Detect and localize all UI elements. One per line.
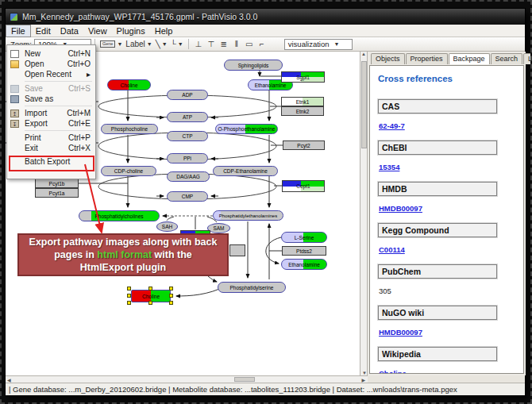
node-o-phosphoethanolamine[interactable]: O-Phosphoethanolamine bbox=[215, 124, 278, 134]
xref-link[interactable]: HMDB00097 bbox=[379, 328, 422, 337]
chevron-down-icon: ▼ bbox=[117, 41, 122, 47]
menu-edit[interactable]: Edit bbox=[31, 25, 56, 37]
xref-link[interactable]: 15354 bbox=[379, 163, 399, 171]
node-gene-partial[interactable] bbox=[229, 244, 245, 256]
selection-handle[interactable] bbox=[127, 301, 131, 305]
xref-link[interactable]: HMDB00097 bbox=[379, 204, 422, 213]
tab-objects[interactable]: Objects bbox=[371, 53, 405, 64]
node-cdp-ethanolamine[interactable]: CDP-Ethanolamine bbox=[213, 166, 278, 176]
menu-help[interactable]: Help bbox=[150, 25, 178, 37]
menu-item-print[interactable]: PrintCtrl+P bbox=[7, 133, 95, 143]
stack-icon: ‖ bbox=[235, 40, 238, 48]
status-text: | Gene database: ...m_Derby_20120602.bri… bbox=[9, 385, 457, 394]
node-etnk1[interactable]: Etnk1 bbox=[281, 97, 324, 106]
selection-handle[interactable] bbox=[169, 301, 173, 305]
node-pcyt1a[interactable]: Pcyt1a bbox=[35, 188, 79, 198]
node-pcyt1b[interactable]: Pcyt1b bbox=[35, 179, 79, 188]
xref-source: HMDB bbox=[378, 182, 497, 196]
group-icon: ▭ bbox=[245, 40, 253, 48]
stack-button[interactable]: ‖ bbox=[230, 38, 243, 50]
node-l-serine[interactable]: L-Serine bbox=[281, 232, 327, 243]
scrollbar-thumb[interactable] bbox=[361, 61, 367, 148]
node-sah[interactable]: SAH bbox=[156, 221, 178, 232]
title-bar[interactable]: Mm_Kennedy_pathway_WP1771_45176.gpml - P… bbox=[6, 9, 525, 25]
xref-value: 305 bbox=[379, 287, 391, 295]
line-tool-button[interactable]: ╲▼ bbox=[154, 38, 169, 50]
connector-tool-icon: └ bbox=[171, 40, 176, 48]
node-phosphatidylethanolamines[interactable]: Phosphatidylethanolamines bbox=[213, 210, 283, 221]
tab-backpage[interactable]: Backpage bbox=[449, 53, 490, 64]
node-phosphatidylserine[interactable]: Phosphatidylserine bbox=[218, 282, 286, 293]
node-sphingolipids[interactable]: Sphingolipids bbox=[224, 60, 283, 71]
node-adp[interactable]: ADP bbox=[167, 90, 208, 100]
visualization-select[interactable]: visualization▼ bbox=[284, 39, 353, 50]
annotation-line2: pages in html format with the bbox=[54, 248, 192, 261]
selection-handle[interactable] bbox=[148, 301, 152, 305]
menu-item-save-as[interactable]: Save as bbox=[7, 94, 95, 104]
selection-handle[interactable] bbox=[127, 287, 131, 290]
selection-handle[interactable] bbox=[169, 294, 173, 298]
xref-source: Wikipedia bbox=[378, 347, 497, 361]
xref-section: CAS 62-49-7 bbox=[378, 99, 517, 132]
menu-item-export[interactable]: ↧ExportCtrl+E bbox=[7, 118, 95, 129]
canvas-vertical-scrollbar[interactable]: ▲▼ bbox=[360, 52, 368, 375]
menu-plugins[interactable]: Plugins bbox=[112, 25, 150, 37]
selection-handle[interactable] bbox=[169, 287, 173, 290]
node-sam[interactable]: SAM bbox=[207, 223, 230, 233]
tab-legend[interactable]: Legend bbox=[523, 53, 532, 64]
chevron-down-icon: ▼ bbox=[162, 41, 168, 47]
menu-item-open[interactable]: OpenCtrl+O bbox=[7, 59, 95, 69]
node-ethanolamine-lower[interactable]: Ethanolamine bbox=[281, 259, 327, 270]
xref-link[interactable]: Choline bbox=[379, 369, 407, 374]
scrollbar-thumb[interactable] bbox=[234, 377, 255, 382]
save-icon bbox=[10, 85, 19, 93]
selection-handle[interactable] bbox=[127, 294, 131, 298]
tab-properties[interactable]: Properties bbox=[406, 53, 448, 64]
menu-data[interactable]: Data bbox=[56, 25, 83, 37]
add-label-button[interactable]: Label▼ bbox=[124, 38, 153, 50]
scroll-left-icon[interactable]: ◀ bbox=[7, 377, 11, 383]
menu-item-exit[interactable]: ExitCtrl+X bbox=[7, 143, 95, 153]
add-datanode-button[interactable]: Gene▼ bbox=[98, 38, 124, 50]
distribute-icon: ≣ bbox=[221, 40, 227, 48]
canvas-horizontal-scrollbar[interactable]: ◀▶ bbox=[6, 375, 368, 383]
menu-item-open-recent[interactable]: Open Recent▸ bbox=[7, 69, 95, 79]
open-folder-icon bbox=[10, 60, 19, 68]
xref-link[interactable]: C00114 bbox=[379, 245, 405, 254]
ungroup-button[interactable]: ⌐ bbox=[256, 38, 268, 50]
node-choline[interactable]: Choline bbox=[107, 79, 151, 90]
node-ppi[interactable]: PPi bbox=[167, 153, 208, 164]
node-cmp[interactable]: CMP bbox=[167, 191, 208, 202]
node-cdp-choline[interactable]: CDP-choline bbox=[101, 166, 156, 176]
node-ptdss2[interactable]: Ptdss2 bbox=[282, 246, 326, 256]
align-middle-button[interactable]: ⊤ bbox=[205, 38, 218, 50]
xref-link[interactable]: 62-49-7 bbox=[379, 121, 405, 130]
node-etnk2[interactable]: Etnk2 bbox=[281, 106, 324, 116]
menu-item-new[interactable]: NewCtrl+N bbox=[7, 48, 95, 59]
group-button[interactable]: ▭ bbox=[243, 38, 256, 50]
node-phosphatidylcholines[interactable]: Phosphatidylcholines bbox=[79, 210, 160, 221]
menu-item-import[interactable]: ↥ImportCtrl+M bbox=[7, 108, 95, 118]
node-pcyt2[interactable]: Pcyt2 bbox=[283, 140, 325, 150]
menu-file[interactable]: File bbox=[6, 25, 31, 37]
chevron-down-icon: ▼ bbox=[147, 41, 152, 47]
distribute-button[interactable]: ≣ bbox=[218, 38, 230, 50]
node-cept1[interactable]: Cept1 bbox=[282, 180, 325, 192]
save-as-icon bbox=[10, 95, 19, 103]
ungroup-icon: ⌐ bbox=[260, 40, 264, 48]
tab-search[interactable]: Search bbox=[491, 53, 523, 64]
scroll-right-icon[interactable]: ▶ bbox=[361, 377, 365, 383]
node-dag-aag[interactable]: DAG/AAG bbox=[167, 171, 210, 182]
selection-handle[interactable] bbox=[148, 287, 152, 290]
connector-tool-button[interactable]: └▼ bbox=[169, 38, 185, 50]
node-phosphocholine[interactable]: Phosphocholine bbox=[101, 124, 158, 134]
menu-view[interactable]: View bbox=[83, 25, 112, 37]
menu-item-save[interactable]: SaveCtrl+S bbox=[7, 83, 95, 94]
node-ctp[interactable]: CTP bbox=[167, 131, 208, 141]
chevron-down-icon: ▼ bbox=[334, 41, 340, 47]
screenshot-frame: Mm_Kennedy_pathway_WP1771_45176.gpml - P… bbox=[0, 0, 532, 404]
node-atp[interactable]: ATP bbox=[167, 112, 208, 122]
align-center-button[interactable]: ⊥ bbox=[192, 38, 205, 50]
import-icon: ↥ bbox=[10, 110, 19, 117]
node-sgpl1[interactable]: Sgpl1 bbox=[281, 71, 325, 83]
